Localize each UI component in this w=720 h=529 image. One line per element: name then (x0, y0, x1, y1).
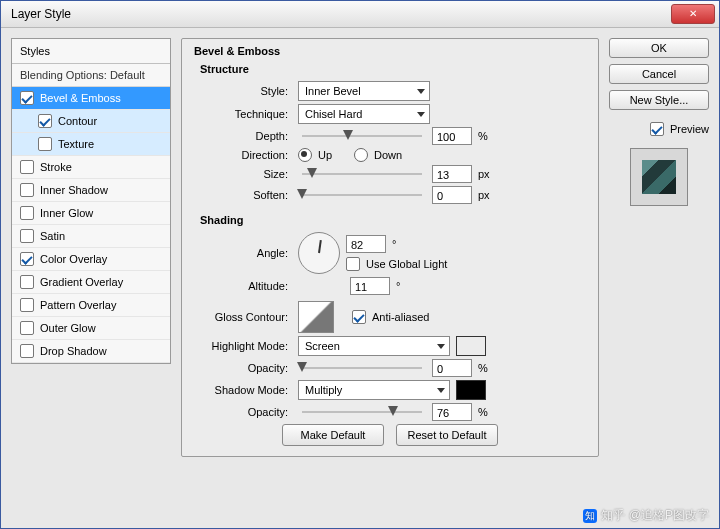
style-label: Gradient Overlay (40, 276, 123, 288)
style-checkbox[interactable] (20, 183, 34, 197)
style-label: Inner Glow (40, 207, 93, 219)
size-unit: px (478, 168, 494, 180)
highlight-opacity-slider[interactable] (302, 361, 422, 375)
style-row-inner-glow[interactable]: Inner Glow (12, 202, 170, 225)
style-row-outer-glow[interactable]: Outer Glow (12, 317, 170, 340)
styles-header[interactable]: Styles (12, 39, 170, 64)
zhihu-icon (583, 509, 597, 523)
close-icon: ✕ (689, 9, 697, 19)
style-row-satin[interactable]: Satin (12, 225, 170, 248)
angle-input[interactable]: 82 (346, 235, 386, 253)
highlight-mode-value: Screen (305, 340, 340, 352)
technique-label: Technique: (192, 108, 292, 120)
preview-shape-icon (642, 160, 676, 194)
styles-list: Styles Blending Options: Default Bevel &… (11, 38, 171, 364)
layer-style-dialog: Layer Style ✕ Styles Blending Options: D… (0, 0, 720, 529)
style-row-texture[interactable]: Texture (12, 133, 170, 156)
style-row-stroke[interactable]: Stroke (12, 156, 170, 179)
chevron-down-icon (437, 344, 445, 349)
antialiased-label: Anti-aliased (372, 311, 429, 323)
style-select[interactable]: Inner Bevel (298, 81, 430, 101)
soften-slider[interactable] (302, 188, 422, 202)
style-row-pattern-overlay[interactable]: Pattern Overlay (12, 294, 170, 317)
shadow-opacity-slider[interactable] (302, 405, 422, 419)
style-checkbox[interactable] (20, 206, 34, 220)
gloss-contour-label: Gloss Contour: (192, 311, 292, 323)
altitude-label: Altitude: (192, 280, 292, 292)
soften-label: Soften: (192, 189, 292, 201)
chevron-down-icon (417, 112, 425, 117)
direction-down-radio[interactable] (354, 148, 368, 162)
reset-default-button[interactable]: Reset to Default (396, 424, 498, 446)
style-checkbox[interactable] (20, 160, 34, 174)
gloss-contour-picker[interactable] (298, 301, 334, 333)
style-checkbox[interactable] (38, 114, 52, 128)
titlebar: Layer Style ✕ (1, 1, 719, 28)
style-row-bevel-emboss[interactable]: Bevel & Emboss (12, 87, 170, 110)
shadow-opacity-input[interactable]: 76 (432, 403, 472, 421)
chevron-down-icon (437, 388, 445, 393)
style-label: Style: (192, 85, 292, 97)
ok-button[interactable]: OK (609, 38, 709, 58)
cancel-button[interactable]: Cancel (609, 64, 709, 84)
highlight-mode-select[interactable]: Screen (298, 336, 450, 356)
blending-options[interactable]: Blending Options: Default (12, 64, 170, 87)
up-label: Up (318, 149, 332, 161)
shadow-opacity-unit: % (478, 406, 494, 418)
style-row-color-overlay[interactable]: Color Overlay (12, 248, 170, 271)
highlight-opacity-unit: % (478, 362, 494, 374)
preview-thumbnail (630, 148, 688, 206)
highlight-color-swatch[interactable] (456, 336, 486, 356)
style-row-contour[interactable]: Contour (12, 110, 170, 133)
depth-slider[interactable] (302, 129, 422, 143)
style-checkbox[interactable] (20, 252, 34, 266)
style-checkbox[interactable] (20, 229, 34, 243)
soften-unit: px (478, 189, 494, 201)
size-input[interactable]: 13 (432, 165, 472, 183)
altitude-input[interactable]: 11 (350, 277, 390, 295)
panel-title: Bevel & Emboss (194, 45, 588, 57)
angle-dial[interactable] (298, 232, 340, 274)
style-label: Bevel & Emboss (40, 92, 121, 104)
global-light-label: Use Global Light (366, 258, 447, 270)
angle-label: Angle: (192, 247, 292, 259)
altitude-unit: ° (396, 280, 400, 292)
highlight-opacity-label: Opacity: (192, 362, 292, 374)
watermark: 知乎 @追格P图改字 (583, 507, 709, 524)
antialiased-checkbox[interactable] (352, 310, 366, 324)
style-label: Contour (58, 115, 97, 127)
angle-unit: ° (392, 238, 396, 250)
technique-select[interactable]: Chisel Hard (298, 104, 430, 124)
style-checkbox[interactable] (20, 298, 34, 312)
style-label: Inner Shadow (40, 184, 108, 196)
highlight-opacity-input[interactable]: 0 (432, 359, 472, 377)
style-label: Satin (40, 230, 65, 242)
highlight-mode-label: Highlight Mode: (192, 340, 292, 352)
preview-checkbox[interactable] (650, 122, 664, 136)
direction-up-radio[interactable] (298, 148, 312, 162)
soften-input[interactable]: 0 (432, 186, 472, 204)
close-button[interactable]: ✕ (671, 4, 715, 24)
style-row-drop-shadow[interactable]: Drop Shadow (12, 340, 170, 363)
watermark-text: 知乎 @追格P图改字 (601, 507, 709, 524)
style-row-gradient-overlay[interactable]: Gradient Overlay (12, 271, 170, 294)
make-default-button[interactable]: Make Default (282, 424, 384, 446)
style-label: Color Overlay (40, 253, 107, 265)
global-light-checkbox[interactable] (346, 257, 360, 271)
new-style-button[interactable]: New Style... (609, 90, 709, 110)
style-checkbox[interactable] (20, 321, 34, 335)
style-checkbox[interactable] (20, 91, 34, 105)
style-checkbox[interactable] (38, 137, 52, 151)
shadow-mode-select[interactable]: Multiply (298, 380, 450, 400)
style-checkbox[interactable] (20, 344, 34, 358)
style-row-inner-shadow[interactable]: Inner Shadow (12, 179, 170, 202)
size-slider[interactable] (302, 167, 422, 181)
shadow-color-swatch[interactable] (456, 380, 486, 400)
depth-label: Depth: (192, 130, 292, 142)
style-label: Drop Shadow (40, 345, 107, 357)
depth-input[interactable]: 100 (432, 127, 472, 145)
style-checkbox[interactable] (20, 275, 34, 289)
window-title: Layer Style (11, 7, 71, 21)
down-label: Down (374, 149, 402, 161)
preview-label: Preview (670, 123, 709, 135)
